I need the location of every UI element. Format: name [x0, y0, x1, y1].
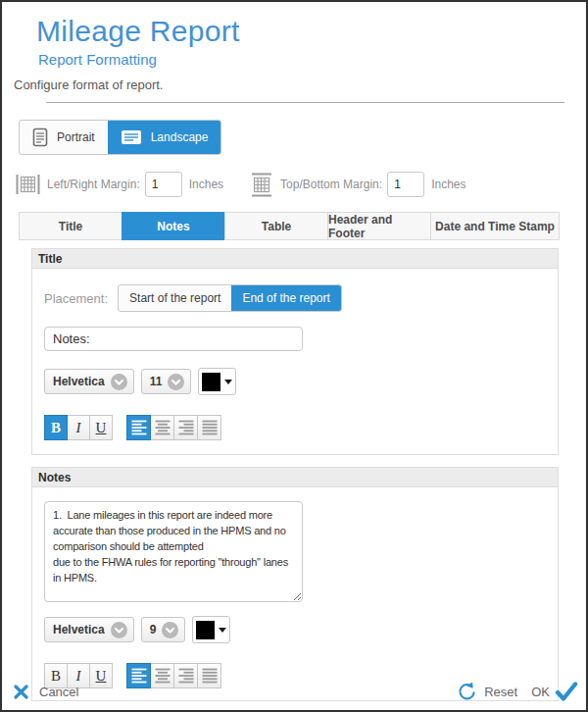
placement-start-button[interactable]: Start of the report [119, 285, 231, 311]
title-bold-button[interactable]: B [44, 415, 68, 440]
notes-font-family-value: Helvetica [53, 623, 105, 636]
notes-font-family-dropdown[interactable]: Helvetica [44, 617, 134, 642]
title-section-header: Title [32, 249, 558, 269]
orientation-toggle: Portrait Landscape [19, 120, 586, 155]
portrait-button[interactable]: Portrait [20, 121, 108, 154]
title-underline-button[interactable]: U [89, 415, 113, 440]
title-align-buttons [126, 415, 221, 440]
dialog-footer: Cancel Reset OK [14, 677, 578, 706]
notes-section-header: Notes [32, 468, 558, 487]
rotate-ccw-icon [457, 681, 477, 702]
title-font-size-value: 11 [150, 375, 163, 388]
title-style-buttons: B I U [44, 415, 113, 440]
x-icon [14, 685, 28, 699]
format-tabs: Title Notes Table Header and Footer Date… [19, 212, 560, 240]
landscape-button[interactable]: Landscape [108, 121, 221, 154]
title-font-size-dropdown[interactable]: 11 [141, 369, 192, 394]
grid-lr-margin-icon [15, 172, 41, 197]
reset-button[interactable]: Reset [457, 681, 517, 702]
title-align-left-button[interactable] [126, 415, 151, 440]
chevron-down-circle-icon [162, 622, 178, 638]
notes-section: Notes 1. Lane mileages in this report ar… [31, 467, 559, 701]
title-font-family-value: Helvetica [53, 375, 105, 388]
color-dropdown-arrow-icon [224, 380, 232, 384]
left-right-margin-label: Left/Right Margin: [47, 178, 140, 191]
underline-glyph: U [96, 420, 107, 436]
notes-font-color-dropdown[interactable] [192, 616, 230, 643]
align-right-icon [178, 420, 194, 435]
tab-notes[interactable]: Notes [122, 212, 224, 240]
top-bottom-margin-input[interactable] [387, 172, 424, 197]
notes-textarea[interactable]: 1. Lane mileages in this report are inde… [44, 501, 303, 602]
tab-table[interactable]: Table [224, 213, 327, 239]
bold-glyph: B [51, 420, 61, 436]
chevron-down-circle-icon [168, 374, 184, 390]
tab-title[interactable]: Title [20, 213, 122, 239]
chevron-down-circle-icon [111, 374, 127, 390]
left-right-margin-input[interactable] [145, 172, 182, 197]
dialog-header: Mileage Report Report Formatting [36, 15, 566, 68]
title-section: Title Placement: Start of the report End… [31, 248, 559, 455]
check-icon [555, 682, 578, 702]
top-bottom-margin-unit: Inches [431, 178, 466, 191]
description-text: Configure format of report. [14, 77, 586, 92]
notes-font-size-dropdown[interactable]: 9 [141, 617, 186, 642]
top-bottom-margin-label: Top/Bottom Margin: [280, 178, 382, 191]
title-text-input[interactable] [44, 327, 303, 351]
placement-end-button[interactable]: End of the report [231, 285, 340, 311]
ok-label: OK [531, 685, 550, 699]
title-font-color-dropdown[interactable] [198, 368, 236, 395]
portrait-label: Portrait [57, 130, 95, 144]
tab-date-and-time-stamp[interactable]: Date and Time Stamp [430, 213, 559, 239]
landscape-page-icon [121, 128, 142, 146]
tab-header-and-footer[interactable]: Header and Footer [327, 213, 430, 239]
title-align-justify-button[interactable] [197, 415, 221, 440]
page-title: Mileage Report [36, 15, 566, 48]
margins-row: Left/Right Margin: Inches Top/Bottom Mar… [15, 171, 586, 198]
title-align-right-button[interactable] [173, 415, 198, 440]
grid-tb-margin-icon [249, 172, 274, 197]
align-left-icon [131, 420, 147, 435]
portrait-page-icon [32, 127, 48, 147]
title-italic-button[interactable]: I [67, 415, 90, 440]
left-right-margin-unit: Inches [189, 178, 223, 191]
report-formatting-dialog: Mileage Report Report Formatting Configu… [0, 0, 588, 712]
ok-button[interactable]: OK [531, 682, 578, 702]
align-justify-icon [202, 420, 218, 435]
cancel-label: Cancel [39, 685, 78, 699]
landscape-label: Landscape [151, 130, 209, 144]
title-align-center-button[interactable] [150, 415, 174, 440]
notes-font-size-value: 9 [150, 623, 157, 636]
placement-toggle: Start of the report End of the report [118, 284, 342, 312]
color-swatch-icon [202, 373, 220, 391]
placement-label: Placement: [44, 291, 108, 306]
color-swatch-icon [196, 621, 215, 639]
header-divider [46, 102, 564, 103]
page-subtitle: Report Formatting [38, 51, 566, 68]
title-font-family-dropdown[interactable]: Helvetica [44, 369, 134, 394]
chevron-down-circle-icon [111, 622, 127, 638]
align-center-icon [155, 420, 171, 435]
cancel-button[interactable]: Cancel [14, 685, 78, 699]
italic-glyph: I [76, 420, 81, 436]
reset-label: Reset [484, 685, 517, 699]
color-dropdown-arrow-icon [219, 628, 226, 633]
